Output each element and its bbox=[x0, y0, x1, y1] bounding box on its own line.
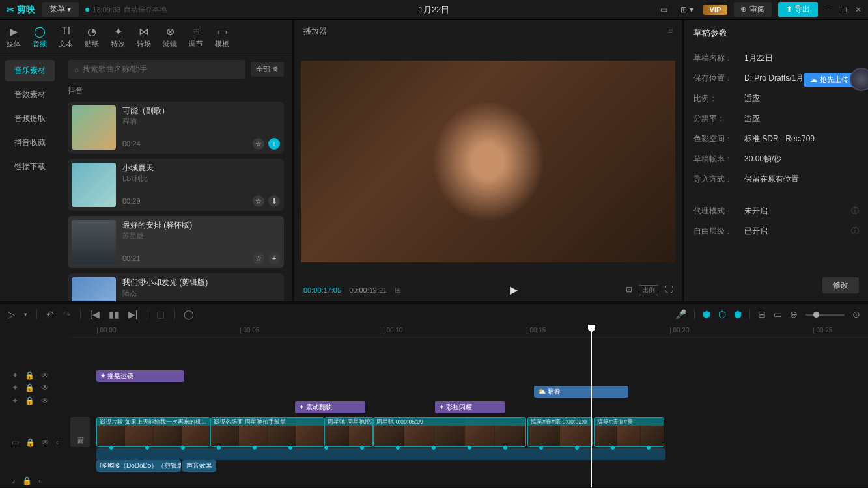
info-icon[interactable]: ⓘ bbox=[851, 206, 859, 217]
video-clip[interactable]: 周星驰 周星驰挖耳仔 bbox=[324, 417, 373, 447]
tab-文本[interactable]: TI文本 bbox=[59, 25, 73, 53]
effect-clip[interactable]: ✦ 摇晃运镜 bbox=[96, 370, 184, 382]
tab-转场[interactable]: ⋈转场 bbox=[137, 25, 151, 53]
menu-button[interactable]: 菜单 ▾ bbox=[42, 2, 79, 17]
sidebar-item[interactable]: 音频提取 bbox=[5, 108, 55, 129]
split-tool[interactable]: ▮▮ bbox=[109, 309, 119, 319]
add-button[interactable]: ⬇ bbox=[268, 195, 280, 207]
video-clip[interactable]: 影视片段 如果上天能给我一次再来的机… bbox=[96, 417, 210, 447]
zoom-out-button[interactable]: ⊖ bbox=[790, 309, 798, 319]
lock-icon[interactable]: 🔒 bbox=[25, 396, 35, 405]
zoom-fit-button[interactable]: ⊙ bbox=[852, 309, 860, 319]
effect-clip[interactable]: ✦ 彩虹闪耀 bbox=[435, 401, 505, 413]
eye-icon[interactable]: 👁 bbox=[41, 396, 49, 405]
eye-icon[interactable]: 👁 bbox=[41, 383, 49, 392]
lock-icon[interactable]: 🔒 bbox=[25, 371, 35, 380]
cover-button[interactable]: 封面 bbox=[70, 417, 90, 447]
mic-icon[interactable]: 🎤 bbox=[675, 309, 686, 319]
audio-clip[interactable]: 声音效果 bbox=[182, 460, 216, 472]
tab-模板[interactable]: ▭模板 bbox=[215, 25, 229, 53]
chevron-left-icon[interactable]: ‹ bbox=[56, 438, 59, 447]
layout-icon[interactable]: ▭ bbox=[657, 4, 671, 16]
sidebar-item[interactable]: 链接下载 bbox=[5, 156, 55, 178]
magnet-icon[interactable]: ⬡ bbox=[718, 309, 726, 319]
sidebar-item[interactable]: 抖音收藏 bbox=[5, 132, 55, 154]
undo-button[interactable]: ↶ bbox=[46, 309, 54, 319]
align-icon[interactable]: ⊟ bbox=[758, 309, 766, 319]
video-clip[interactable]: 影视名场面 周星驰拍手鼓掌 bbox=[210, 417, 324, 447]
music-item[interactable]: 小城夏天 LBI利比 00:29 ☆ ⬇ bbox=[68, 159, 284, 211]
filter-clip[interactable]: ⛅ 晴春 bbox=[534, 386, 628, 398]
video-clip[interactable]: 搞笑#春#亲 0:00:02:0 bbox=[527, 417, 593, 447]
tab-音频[interactable]: ◯音频 bbox=[33, 25, 47, 53]
favorite-button[interactable]: ☆ bbox=[253, 252, 264, 264]
sidebar-item[interactable]: 音效素材 bbox=[5, 84, 55, 105]
track-controls-row[interactable]: ✦🔒👁 bbox=[0, 382, 70, 395]
tab-滤镜[interactable]: ⊗滤镜 bbox=[163, 25, 177, 53]
video-clip[interactable]: 搞笑#清血#美 bbox=[594, 417, 664, 447]
eye-icon[interactable]: 👁 bbox=[42, 438, 49, 447]
audio-waveform[interactable] bbox=[96, 448, 665, 460]
modify-button[interactable]: 修改 bbox=[822, 277, 859, 293]
tab-icon: ⊗ bbox=[166, 25, 175, 38]
tab-媒体[interactable]: ▶媒体 bbox=[7, 25, 21, 53]
music-item[interactable]: 可能（副歌） 程响 00:24 ☆ + bbox=[68, 102, 284, 154]
focus-icon[interactable]: ⊡ bbox=[626, 285, 632, 295]
tab-特效[interactable]: ✦特效 bbox=[111, 25, 125, 53]
chevron-left-icon[interactable]: ‹ bbox=[38, 476, 41, 485]
review-button[interactable]: ⊕ 审阅 bbox=[734, 2, 771, 17]
user-avatar[interactable] bbox=[850, 68, 868, 91]
export-button[interactable]: ⬆ 导出 bbox=[778, 2, 818, 17]
search-input[interactable]: ⌕ 搜索歌曲名称/歌手 bbox=[68, 60, 245, 79]
tool-dropdown[interactable]: ▾ bbox=[24, 311, 27, 318]
fullscreen-icon[interactable]: ⛶ bbox=[665, 285, 673, 295]
filter-button[interactable]: 全部 ⚟ bbox=[251, 62, 284, 77]
favorite-button[interactable]: ☆ bbox=[253, 195, 264, 207]
tab-贴纸[interactable]: ◔贴纸 bbox=[85, 25, 99, 53]
redo-button[interactable]: ↷ bbox=[63, 309, 71, 319]
panels-icon[interactable]: ⊞ ▾ bbox=[677, 4, 696, 16]
split-right-tool[interactable]: ▶| bbox=[128, 309, 138, 319]
preview-icon[interactable]: ▭ bbox=[774, 309, 782, 319]
add-button[interactable]: + bbox=[268, 252, 280, 264]
maximize-button[interactable]: ☐ bbox=[840, 5, 847, 14]
audio-clip[interactable]: 哆哆哆（DoDoDo）（剪辑版） bbox=[96, 460, 181, 472]
music-item[interactable]: 我们渺小却发光 (剪辑版) 陆杰 ☆ + bbox=[68, 273, 284, 301]
player-menu-icon[interactable]: ≡ bbox=[668, 26, 673, 37]
music-artist: 陆杰 bbox=[122, 288, 280, 298]
add-button[interactable]: + bbox=[268, 138, 280, 150]
upload-badge[interactable]: ☁ 抢先上传 bbox=[804, 73, 855, 87]
effect-clip[interactable]: ✦ 震动翻帧 bbox=[295, 401, 365, 413]
eye-icon[interactable]: 👁 bbox=[41, 371, 49, 380]
video-clip[interactable]: 周星驰 0:00:05:09 bbox=[373, 417, 526, 447]
lock-icon[interactable]: 🔒 bbox=[22, 476, 32, 485]
zoom-slider[interactable] bbox=[805, 314, 845, 316]
playhead[interactable] bbox=[591, 325, 592, 487]
favorite-button[interactable]: ☆ bbox=[253, 138, 264, 150]
crop-tool[interactable]: ▢ bbox=[156, 309, 165, 319]
sidebar-item[interactable]: 音乐素材 bbox=[5, 60, 55, 81]
magnet-left-icon[interactable]: ⬢ bbox=[703, 309, 710, 319]
prop-label: 比例： bbox=[693, 93, 744, 104]
music-item[interactable]: 最好的安排 (释怀版) 苏星婕 00:21 ☆ + bbox=[68, 216, 284, 268]
vip-badge[interactable]: VIP bbox=[703, 5, 728, 15]
lock-icon[interactable]: 🔒 bbox=[25, 383, 35, 392]
pointer-tool[interactable]: ▷ bbox=[8, 309, 15, 319]
minimize-button[interactable]: — bbox=[824, 5, 832, 14]
ratio-button[interactable]: 比例 bbox=[639, 285, 658, 295]
grid-icon[interactable]: ⊞ bbox=[395, 286, 401, 295]
play-button[interactable]: ▶ bbox=[510, 284, 518, 296]
track-controls-row[interactable]: ✦🔒👁 bbox=[0, 369, 70, 382]
track-controls-row[interactable]: ▭🔒👁‹ bbox=[0, 436, 70, 449]
split-left-tool[interactable]: |◀ bbox=[90, 309, 100, 319]
track-controls-row[interactable]: ♪🔒‹ bbox=[0, 474, 70, 487]
lock-icon[interactable]: 🔒 bbox=[25, 438, 35, 447]
marker-tool[interactable]: ◯ bbox=[184, 309, 194, 319]
magnet-right-icon[interactable]: ⬢ bbox=[734, 309, 742, 319]
tab-调节[interactable]: ≡调节 bbox=[189, 25, 203, 53]
info-icon[interactable]: ⓘ bbox=[851, 226, 859, 237]
close-button[interactable]: ✕ bbox=[855, 5, 861, 14]
video-preview[interactable] bbox=[301, 61, 675, 262]
track-controls-row[interactable]: ✦🔒👁 bbox=[0, 394, 70, 407]
prop-row: 比例：适应 bbox=[693, 88, 859, 109]
